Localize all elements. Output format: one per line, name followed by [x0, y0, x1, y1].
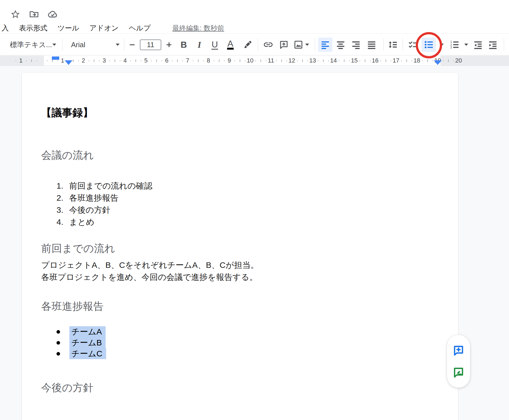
- list-item: 1. 前回までの流れの確認: [22, 180, 458, 192]
- list-number: 1.: [56, 180, 63, 192]
- ruler-tick: [78, 60, 79, 61]
- star-icon[interactable]: [10, 9, 21, 20]
- ruler-tick: [328, 60, 329, 61]
- chevron-down-icon[interactable]: [116, 44, 120, 46]
- chevron-down-icon[interactable]: [440, 44, 444, 46]
- cloud-check-icon[interactable]: [47, 9, 58, 20]
- ruler-tick: [266, 60, 266, 61]
- text-color-button[interactable]: A: [223, 38, 237, 52]
- underline-glyph: U: [211, 40, 218, 50]
- folder-move-icon[interactable]: [29, 9, 39, 20]
- toolbar-separator: [383, 39, 384, 51]
- ruler-number: 15: [351, 57, 358, 64]
- bullet-icon: [56, 330, 60, 334]
- menu-item-format[interactable]: 表示形式: [19, 23, 47, 33]
- floating-action-pill: [447, 335, 470, 388]
- increase-indent-button[interactable]: [486, 38, 500, 52]
- paragraph-line: 各班プロジェクトを進め、今回の会議で進捗を報告する。: [41, 271, 258, 283]
- align-center-button[interactable]: [333, 38, 348, 52]
- ruler-tick: [370, 60, 371, 61]
- ruler-tick: [401, 60, 402, 61]
- doc-title: 【議事録】: [41, 106, 93, 120]
- chevron-down-icon[interactable]: [52, 44, 56, 46]
- ruler-number: 11: [268, 57, 274, 64]
- menu-item-insert-partial[interactable]: 入: [2, 23, 9, 33]
- toolbar-separator: [504, 39, 504, 51]
- font-size-decrease-button[interactable]: [125, 38, 139, 52]
- agenda-numbered-list: 1. 前回までの流れの確認 2. 各班進捗報告 3. 今後の方針 4. まとめ: [22, 180, 458, 228]
- ruler-number: 8: [207, 57, 210, 64]
- bold-glyph: B: [180, 40, 187, 50]
- ruler-tick: [365, 59, 365, 62]
- ruler-number: 3: [103, 57, 106, 64]
- left-indent-marker[interactable]: [65, 60, 72, 65]
- ruler-tick: [406, 59, 407, 62]
- line-spacing-button[interactable]: [386, 38, 400, 52]
- ruler-number: 18: [414, 57, 420, 64]
- ruler-tick: [318, 60, 318, 61]
- ruler-tick: [240, 59, 240, 62]
- ruler-tick: [177, 59, 178, 62]
- menu-item-help[interactable]: ヘルプ: [129, 23, 151, 33]
- italic-glyph: I: [198, 40, 201, 50]
- ruler-tick: [73, 59, 73, 62]
- menu-item-tools[interactable]: ツール: [58, 23, 79, 33]
- ruler-tick: [391, 60, 391, 61]
- first-line-indent-marker[interactable]: [52, 56, 59, 60]
- highlight-color-button[interactable]: [241, 38, 255, 52]
- right-indent-marker[interactable]: [434, 60, 442, 65]
- paragraph-style-label: 標準テキス...: [10, 40, 52, 50]
- align-justify-button[interactable]: [364, 38, 379, 52]
- underline-button[interactable]: U: [208, 38, 222, 52]
- list-item: チームB: [22, 337, 458, 348]
- add-comment-icon[interactable]: [277, 38, 291, 52]
- numbered-list-button[interactable]: 123: [447, 38, 462, 52]
- font-size-input[interactable]: 11: [140, 39, 161, 50]
- document-canvas: 【議事録】 会議の流れ 1. 前回までの流れの確認 2. 各班進捗報告 3. 今…: [0, 66, 509, 420]
- suggest-edits-button[interactable]: [452, 366, 465, 379]
- ruler-tick: [255, 60, 256, 61]
- ruler-tick: [412, 60, 412, 61]
- ruler-tick: [156, 59, 157, 62]
- bold-button[interactable]: B: [177, 38, 191, 52]
- ruler-tick: [99, 60, 100, 61]
- ruler-tick: [281, 59, 282, 62]
- ruler-tick: [115, 59, 115, 62]
- ruler-number: 12: [289, 57, 295, 64]
- align-right-button[interactable]: [349, 38, 363, 52]
- add-comment-button[interactable]: [452, 344, 465, 357]
- ruler-tick: [36, 60, 37, 61]
- decrease-indent-button[interactable]: [471, 38, 485, 52]
- ruler-tick: [307, 60, 308, 61]
- ruler-number: 13: [309, 57, 316, 64]
- italic-button[interactable]: I: [192, 38, 207, 52]
- ruler-margin-number: 1: [19, 57, 22, 64]
- text-color-glyph: A: [227, 39, 233, 49]
- insert-image-icon[interactable]: [291, 38, 306, 52]
- ruler-number: 5: [144, 57, 148, 64]
- bullet-icon: [56, 352, 60, 356]
- bulleted-list-button[interactable]: [422, 38, 436, 52]
- menu-item-addons[interactable]: アドオン: [89, 23, 118, 33]
- document-page[interactable]: 【議事録】 会議の流れ 1. 前回までの流れの確認 2. 各班進捗報告 3. 今…: [22, 73, 458, 420]
- chevron-down-icon[interactable]: [464, 44, 468, 46]
- chevron-down-icon[interactable]: [305, 44, 309, 46]
- font-family-dropdown[interactable]: Arial: [71, 34, 85, 56]
- insert-link-icon[interactable]: [261, 38, 275, 52]
- ruler-tick: [26, 60, 27, 61]
- ruler-tick: [94, 59, 94, 62]
- heading-future-policy: 今後の方針: [41, 381, 94, 395]
- ruler-tick: [386, 59, 386, 62]
- ruler-tick: [344, 59, 344, 62]
- last-edit-link[interactable]: 最終編集: 数秒前: [172, 24, 224, 33]
- align-left-button[interactable]: [318, 38, 332, 52]
- list-item: チームA: [22, 326, 458, 337]
- ruler[interactable]: 12345678910111213141516171819201: [0, 56, 509, 66]
- ruler-tick: [141, 60, 141, 61]
- font-size-increase-button[interactable]: [162, 38, 176, 52]
- toolbar-separator: [403, 39, 403, 51]
- ruler-tick: [89, 60, 89, 61]
- checklist-button[interactable]: [406, 38, 420, 52]
- paragraph-style-dropdown[interactable]: 標準テキス...: [10, 34, 52, 56]
- ruler-tick: [380, 60, 381, 61]
